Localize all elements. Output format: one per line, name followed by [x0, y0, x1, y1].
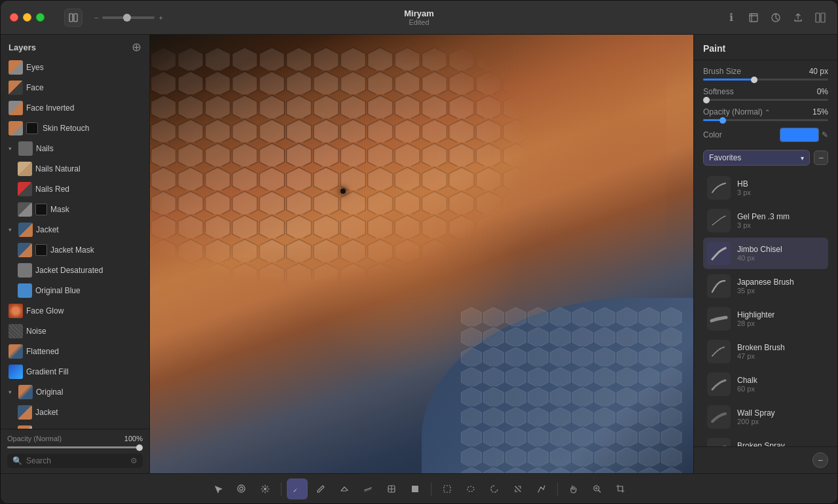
- brush-info-bspray: Broken Spray 276 px: [737, 441, 824, 446]
- layer-item-jacket-mask[interactable]: Jacket Mask: [3, 240, 147, 260]
- close-button[interactable]: [10, 13, 18, 22]
- brush-item-chalk[interactable]: Chalk 60 px: [703, 369, 828, 400]
- traffic-lights: [10, 13, 45, 22]
- view-toggle-button[interactable]: [64, 9, 82, 27]
- tool-rect-select[interactable]: [437, 478, 458, 499]
- share-button[interactable]: [790, 10, 806, 26]
- canvas-area[interactable]: [150, 35, 693, 473]
- layer-mask-thumb: [35, 204, 47, 215]
- tool-separator-1: [281, 482, 282, 495]
- brush-size-chisel: 40 px: [737, 254, 824, 262]
- layers-list[interactable]: Eyes Face Face Inverted 👁 Skin Ret: [1, 57, 149, 429]
- zoom-slider-thumb[interactable]: [123, 14, 131, 22]
- brush-item-highlighter[interactable]: Highlighter 28 px: [703, 303, 828, 334]
- add-layer-button[interactable]: ⊕: [132, 41, 141, 53]
- tool-lasso[interactable]: [484, 478, 505, 499]
- layer-item-original-blue[interactable]: Original Blue: [3, 281, 147, 300]
- brush-item-wall-spray[interactable]: Wall Spray 200 px: [703, 401, 828, 433]
- tool-blur[interactable]: [357, 478, 378, 499]
- zoom-in-icon[interactable]: +: [158, 14, 162, 22]
- tool-eraser[interactable]: [334, 478, 355, 499]
- tool-patch[interactable]: [381, 478, 402, 499]
- brush-preview-broken: [707, 340, 731, 363]
- brush-item-hb[interactable]: HB 3 px: [703, 172, 828, 204]
- layer-item-face[interactable]: Face: [3, 78, 147, 98]
- layer-item-face-inverted[interactable]: Face Inverted 👁: [3, 98, 147, 118]
- brush-preview-hb: [707, 176, 731, 200]
- tool-brush[interactable]: [287, 478, 308, 499]
- tool-shape[interactable]: [405, 478, 426, 499]
- opacity-normal-slider-thumb[interactable]: [720, 117, 726, 124]
- color-edit-icon[interactable]: ✎: [822, 130, 828, 139]
- layer-name-mask: Mask: [50, 205, 141, 214]
- tool-vector[interactable]: [531, 478, 552, 499]
- sidebar-title: Layers: [9, 43, 36, 52]
- favorites-select[interactable]: Favorites ▾: [703, 150, 810, 166]
- layer-item-nails-red[interactable]: Nails Red: [3, 179, 147, 199]
- brush-item-japanese-brush[interactable]: Japanese Brush 35 px: [703, 270, 828, 302]
- info-button[interactable]: ℹ: [723, 10, 739, 26]
- maximize-button[interactable]: [36, 13, 45, 22]
- layer-item-nails-natural[interactable]: Nails Natural: [3, 159, 147, 179]
- tool-zoom-btn[interactable]: [587, 478, 608, 499]
- layer-item-gradient-fill[interactable]: Gradient Fill: [3, 362, 147, 382]
- color-row: Color ✎: [703, 128, 828, 142]
- brush-item-broken-spray[interactable]: Broken Spray 276 px: [703, 434, 828, 446]
- brush-size-value: 40 px: [809, 67, 828, 76]
- svg-rect-18: [444, 486, 450, 492]
- panels-button[interactable]: [812, 10, 828, 26]
- brush-item-jimbo-chisel[interactable]: Jimbo Chisel 40 px: [703, 238, 828, 269]
- search-input[interactable]: [26, 456, 126, 465]
- tool-select[interactable]: [208, 478, 228, 499]
- tool-crop-btn[interactable]: [610, 478, 631, 499]
- tool-hand[interactable]: [563, 478, 584, 499]
- brush-name-bspray: Broken Spray: [737, 441, 824, 446]
- canvas-photo[interactable]: [150, 35, 693, 473]
- layer-item-jacket-orig[interactable]: Jacket: [3, 403, 147, 422]
- layer-item-flattened[interactable]: Flattened: [3, 342, 147, 361]
- tool-ellipse-select[interactable]: [460, 478, 481, 499]
- bottom-toolbar: [1, 473, 837, 503]
- adjust-button[interactable]: [768, 10, 784, 26]
- layer-group-nails[interactable]: ▾ Nails: [3, 139, 147, 158]
- brush-item-broken-brush[interactable]: Broken Brush 47 px: [703, 336, 828, 367]
- brush-item-gel-pen[interactable]: Gel Pen .3 mm 3 px: [703, 205, 828, 236]
- layer-group-original[interactable]: ▾ Original: [3, 382, 147, 402]
- tool-stamp[interactable]: [231, 478, 252, 499]
- layer-item-eyes[interactable]: Eyes: [3, 58, 147, 77]
- layer-name-jacket-desat: Jacket Desaturated: [35, 266, 141, 275]
- svg-point-13: [264, 488, 266, 490]
- minimize-button[interactable]: [23, 13, 31, 22]
- color-controls: ✎: [780, 128, 828, 142]
- titlebar-center: Miryam Edited: [404, 9, 434, 26]
- layer-item-jacket-desat[interactable]: Jacket Desaturated: [3, 261, 147, 280]
- panel-footer-minus-button[interactable]: −: [812, 452, 828, 468]
- tool-clone[interactable]: [507, 478, 528, 499]
- brush-size-slider[interactable]: [703, 79, 828, 81]
- color-swatch[interactable]: [780, 128, 819, 142]
- brush-size-slider-thumb[interactable]: [751, 77, 757, 83]
- opacity-normal-slider[interactable]: [703, 119, 828, 121]
- right-panel: Paint Brush Size 40 px Softness 0%: [693, 35, 837, 473]
- opacity-value: 100%: [124, 435, 143, 442]
- tool-magic-wand[interactable]: [255, 478, 276, 499]
- search-settings-icon[interactable]: ⚙: [130, 456, 137, 465]
- layer-group-jacket[interactable]: ▾ Jacket: [3, 220, 147, 240]
- opacity-slider-thumb[interactable]: [136, 444, 143, 451]
- zoom-out-icon[interactable]: −: [94, 14, 98, 22]
- opacity-slider[interactable]: [7, 446, 143, 448]
- layer-item-noise[interactable]: Noise: [3, 321, 147, 341]
- opacity-slider-fill: [7, 446, 143, 448]
- zoom-slider[interactable]: [102, 16, 155, 19]
- softness-slider[interactable]: [703, 99, 828, 101]
- favorites-remove-button[interactable]: −: [814, 151, 828, 165]
- softness-slider-thumb[interactable]: [703, 97, 710, 103]
- tool-pencil[interactable]: [310, 478, 331, 499]
- panel-header: Paint: [694, 35, 837, 60]
- layer-item-body-copy[interactable]: Body copy: [3, 423, 147, 429]
- layer-item-face-glow[interactable]: Face Glow: [3, 301, 147, 321]
- layer-thumb-face: [9, 81, 23, 95]
- layer-item-skin-retouch[interactable]: Skin Retouch: [3, 118, 147, 138]
- layer-item-mask[interactable]: Mask: [3, 200, 147, 219]
- crop-button[interactable]: [746, 10, 761, 26]
